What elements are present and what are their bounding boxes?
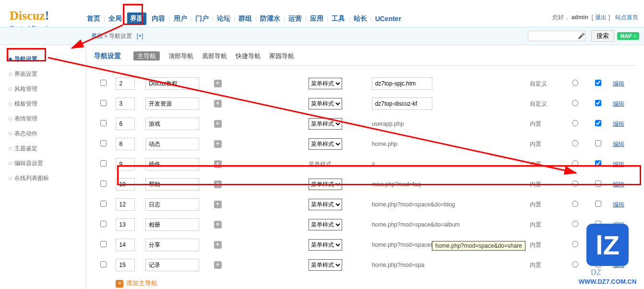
expand-icon[interactable]: + (214, 100, 222, 108)
breadcrumb-a[interactable]: 界面 (91, 33, 103, 39)
name-input[interactable] (145, 218, 199, 231)
topnav-运营[interactable]: 运营 (286, 12, 305, 25)
edit-link[interactable]: 编辑 (613, 181, 624, 188)
edit-link[interactable]: 编辑 (613, 201, 624, 208)
sidebar-item-4[interactable]: 表情管理 (0, 111, 86, 126)
topnav-论坛[interactable]: 论坛 (214, 12, 233, 25)
row-checkbox[interactable] (100, 120, 107, 126)
order-input[interactable] (116, 77, 135, 90)
name-input[interactable] (145, 198, 199, 211)
edit-link[interactable]: 编辑 (613, 80, 624, 87)
radio-1[interactable] (572, 120, 578, 126)
row-checkbox[interactable] (100, 80, 107, 86)
sidebar-item-8[interactable]: 在线列表图标 (0, 171, 86, 186)
add-main-nav[interactable]: +添加主导航 (116, 279, 157, 287)
expand-icon[interactable]: + (214, 80, 222, 87)
checkbox-enable[interactable] (595, 140, 601, 146)
topnav-群组[interactable]: 群组 (236, 12, 255, 25)
url-input[interactable] (372, 77, 432, 90)
order-input[interactable] (116, 198, 135, 211)
name-input[interactable] (145, 158, 199, 170)
style-select[interactable]: 菜单样式 (309, 138, 342, 150)
name-input[interactable] (145, 77, 199, 90)
order-input[interactable] (116, 138, 135, 150)
expand-icon[interactable]: + (214, 201, 222, 208)
tab-快捷导航[interactable]: 快捷导航 (236, 52, 261, 60)
row-checkbox[interactable] (100, 241, 107, 247)
tab-顶部导航[interactable]: 顶部导航 (168, 52, 193, 60)
logout-link[interactable]: 退出 (595, 14, 607, 21)
topnav-工具[interactable]: 工具 (329, 12, 348, 25)
checkbox-enable[interactable] (595, 100, 601, 106)
name-input[interactable] (145, 239, 199, 251)
expand-icon[interactable]: + (214, 241, 222, 249)
expand-icon[interactable]: + (214, 160, 222, 168)
order-input[interactable] (116, 218, 135, 231)
map-badge[interactable]: MAP ≡ (617, 32, 639, 40)
name-input[interactable] (145, 259, 199, 271)
edit-link[interactable]: 编辑 (613, 141, 624, 147)
expand-icon[interactable]: + (214, 140, 222, 148)
url-input[interactable] (372, 97, 432, 110)
radio-1[interactable] (572, 160, 578, 167)
checkbox-enable[interactable] (595, 120, 601, 126)
checkbox-enable[interactable] (595, 160, 601, 167)
style-select[interactable]: 菜单样式 (309, 78, 342, 89)
edit-link[interactable]: 编辑 (613, 100, 624, 107)
radio-1[interactable] (572, 201, 578, 207)
row-checkbox[interactable] (100, 160, 107, 167)
radio-1[interactable] (572, 181, 578, 187)
edit-link[interactable]: 编辑 (613, 161, 624, 168)
name-input[interactable] (145, 178, 199, 191)
topnav-防灌水[interactable]: 防灌水 (257, 12, 283, 25)
checkbox-enable[interactable] (595, 201, 601, 207)
sidebar-item-3[interactable]: 模板管理 (0, 96, 86, 111)
sidebar-item-0[interactable]: 导航设置 (0, 52, 86, 67)
checkbox-enable[interactable] (595, 80, 601, 86)
expand-icon[interactable]: + (214, 181, 222, 188)
search-input[interactable] (528, 31, 585, 41)
radio-1[interactable] (572, 100, 578, 106)
radio-1[interactable] (572, 140, 578, 146)
row-checkbox[interactable] (100, 100, 107, 106)
edit-link[interactable]: 编辑 (613, 120, 624, 127)
name-input[interactable] (145, 138, 199, 150)
name-input[interactable] (145, 118, 199, 130)
search-button[interactable]: 搜索 (591, 30, 614, 42)
breadcrumb-plus[interactable]: [+] (137, 33, 143, 39)
order-input[interactable] (116, 118, 135, 130)
topnav-界面[interactable]: 界面 (127, 12, 146, 25)
sidebar-item-6[interactable]: 主题鉴定 (0, 141, 86, 156)
sidebar-item-1[interactable]: 界面设置 (0, 67, 86, 82)
order-input[interactable] (116, 97, 135, 110)
topnav-UCenter[interactable]: UCenter (372, 13, 404, 24)
topnav-用户[interactable]: 用户 (171, 12, 190, 25)
style-select[interactable]: 菜单样式 (309, 179, 342, 190)
expand-icon[interactable]: + (214, 221, 222, 229)
topnav-门户[interactable]: 门户 (192, 12, 212, 25)
row-checkbox[interactable] (100, 221, 107, 227)
topnav-全局[interactable]: 全局 (106, 12, 125, 25)
tab-家园导航[interactable]: 家园导航 (269, 52, 294, 60)
style-select[interactable]: 菜单样式 (309, 239, 342, 251)
style-select[interactable]: 菜单样式 (309, 259, 342, 271)
mic-icon[interactable]: 🎤 (578, 33, 584, 39)
expand-icon[interactable]: + (214, 120, 222, 128)
order-input[interactable] (116, 259, 135, 271)
topnav-首页[interactable]: 首页 (84, 12, 103, 25)
tab-主导航[interactable]: 主导航 (133, 51, 160, 60)
topnav-应用[interactable]: 应用 (307, 12, 326, 25)
checkbox-enable[interactable] (595, 181, 601, 187)
expand-icon[interactable]: + (214, 261, 222, 269)
sidebar-item-2[interactable]: 风格管理 (0, 82, 86, 96)
row-checkbox[interactable] (100, 181, 107, 187)
tab-底部导航[interactable]: 底部导航 (202, 52, 227, 60)
order-input[interactable] (116, 178, 135, 191)
name-input[interactable] (145, 97, 199, 110)
row-checkbox[interactable] (100, 201, 107, 207)
site-home-link[interactable]: 站点首页 (615, 14, 638, 21)
topnav-站长[interactable]: 站长 (351, 12, 370, 25)
style-select[interactable]: 菜单样式 (309, 98, 342, 109)
order-input[interactable] (116, 158, 135, 170)
sidebar-item-7[interactable]: 编辑器设置 (0, 156, 86, 171)
